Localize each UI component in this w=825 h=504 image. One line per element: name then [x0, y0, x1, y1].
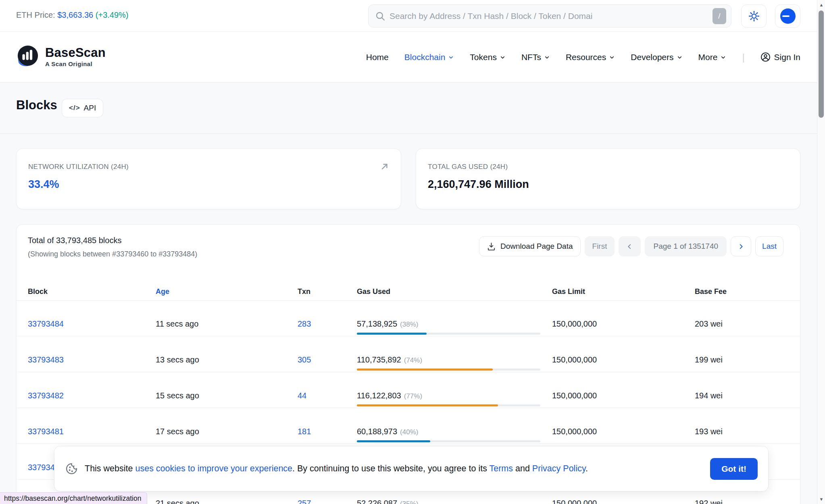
sign-in-label: Sign In: [774, 52, 800, 62]
cookie-link-uses-cookies-to-improve-[interactable]: uses cookies to improve your experience: [135, 464, 292, 473]
nav-bar: BaseScan A Scan Original HomeBlockchainT…: [0, 32, 817, 83]
block-number-link[interactable]: 33793483: [28, 355, 64, 364]
search-bar[interactable]: /: [368, 4, 731, 27]
scrollbar-thumb[interactable]: [819, 10, 824, 118]
gas-limit-value: 150,000,000: [552, 319, 597, 329]
cookie-text-segment: . By continuing to use this website, you…: [292, 464, 489, 473]
column-header-txn: Txn: [298, 287, 310, 296]
cookie-link-privacy-policy[interactable]: Privacy Policy: [532, 464, 585, 473]
gas-used-percent: (38%): [400, 321, 418, 328]
block-number-link[interactable]: 33793482: [28, 391, 64, 400]
nav-item-blockchain[interactable]: Blockchain: [404, 52, 454, 62]
table-toolbar: Download Page Data First Page 1 of 13517…: [479, 236, 783, 256]
block-age: 17 secs ago: [156, 427, 199, 436]
gas-used-bar-fill: [357, 333, 427, 335]
download-button-label: Download Page Data: [500, 242, 573, 251]
cookie-text-segment: .: [585, 464, 588, 473]
eth-price-value[interactable]: $3,663.36: [57, 10, 93, 19]
txn-count-link[interactable]: 257: [298, 499, 311, 504]
nav-item-label: Resources: [566, 52, 606, 62]
nav-item-label: NFTs: [521, 52, 541, 62]
theme-toggle-button[interactable]: [741, 4, 767, 28]
gas-used-bar-fill: [357, 440, 430, 442]
block-number-link[interactable]: 33793484: [28, 319, 64, 329]
brand-name: BaseScan: [45, 46, 106, 60]
api-button-label: API: [84, 104, 96, 112]
cookie-link-terms[interactable]: Terms: [489, 464, 513, 473]
cookie-banner-text: This website uses cookies to improve you…: [85, 464, 710, 474]
column-header-age[interactable]: Age: [156, 287, 169, 296]
chevron-left-icon: [626, 243, 633, 250]
chevron-right-icon: [738, 243, 744, 250]
block-age: 13 secs ago: [156, 355, 199, 364]
block-number-link[interactable]: 33793481: [28, 427, 64, 436]
nav-item-developers[interactable]: Developers: [631, 52, 682, 62]
scrollbar-down-arrow[interactable]: ▼: [817, 497, 825, 502]
gas-used-amount: 60,188,973: [357, 427, 397, 436]
chevron-down-icon: [500, 54, 506, 60]
nav-menu: HomeBlockchainTokensNFTsResourcesDevelop…: [366, 32, 800, 82]
nav-item-nfts[interactable]: NFTs: [521, 52, 550, 62]
chevron-down-icon: [609, 54, 615, 60]
gas-used-amount: 116,122,803: [357, 391, 401, 400]
txn-count-link[interactable]: 44: [298, 391, 306, 400]
txn-count-link[interactable]: 283: [298, 319, 311, 329]
pagination-next-button[interactable]: [731, 236, 751, 256]
header-divider: [0, 133, 817, 134]
pagination-last-button[interactable]: Last: [755, 236, 783, 256]
search-input[interactable]: [385, 11, 712, 21]
eth-price: ETH Price: $3,663.36 (+3.49%): [16, 10, 129, 20]
base-fee-value: 203 wei: [695, 319, 723, 329]
gas-used-value: 57,138,925(38%): [357, 319, 418, 329]
txn-count-link[interactable]: 181: [298, 427, 311, 436]
gas-used-value: 52,226,087(35%): [357, 499, 418, 504]
basescan-logo-icon: [16, 44, 40, 69]
cookie-banner: This website uses cookies to improve you…: [54, 446, 768, 491]
total-blocks-text: Total of 33,793,485 blocks: [28, 236, 121, 245]
block-age: 21 secs ago: [156, 499, 199, 504]
nav-item-resources[interactable]: Resources: [566, 52, 615, 62]
external-arrow-icon[interactable]: [379, 161, 390, 173]
nav-item-more[interactable]: More: [698, 52, 727, 62]
cookie-icon: [65, 462, 78, 475]
base-fee-value: 199 wei: [695, 355, 723, 364]
gas-used-percent: (35%): [400, 500, 418, 504]
gas-limit-value: 150,000,000: [552, 427, 597, 436]
pagination-prev-button[interactable]: [619, 236, 641, 256]
base-fee-value: 194 wei: [695, 391, 723, 400]
gas-used-bar-track: [357, 440, 540, 442]
nav-item-label: Developers: [631, 52, 673, 62]
nav-item-home[interactable]: Home: [366, 52, 389, 62]
nav-item-label: Home: [366, 52, 389, 62]
gas-used-value: 110,735,892(74%): [357, 355, 422, 364]
scrollbar-up-arrow[interactable]: ▲: [817, 2, 825, 7]
brand-logo[interactable]: BaseScan A Scan Original: [16, 44, 106, 69]
txn-count-link[interactable]: 305: [298, 355, 311, 364]
total-gas-used-label: TOTAL GAS USED (24H): [428, 163, 508, 171]
download-page-data-button[interactable]: Download Page Data: [479, 236, 581, 256]
gas-used-amount: 52,226,087: [357, 499, 397, 504]
api-button[interactable]: </> API: [62, 99, 103, 117]
page-title: Blocks: [16, 98, 57, 112]
pagination-page-indicator: Page 1 of 1351740: [645, 236, 727, 256]
showing-blocks-text: (Showing blocks between #33793460 to #33…: [28, 250, 197, 258]
base-network-button[interactable]: [775, 4, 800, 28]
page-scrollbar[interactable]: ▲ ▼: [817, 0, 825, 504]
gas-used-amount: 57,138,925: [357, 319, 397, 328]
column-header-base-fee: Base Fee: [695, 287, 727, 296]
gas-used-percent: (40%): [400, 428, 418, 436]
gas-used-bar-track: [357, 369, 540, 371]
table-row: 3379348117 secs ago18160,188,973(40%)150…: [17, 408, 800, 444]
got-it-button[interactable]: Got it!: [710, 458, 758, 480]
sun-icon: [748, 10, 760, 22]
column-header-gas-used: Gas Used: [357, 287, 390, 296]
gas-used-amount: 110,735,892: [357, 355, 401, 364]
column-header-block: Block: [28, 287, 48, 296]
chevron-down-icon: [677, 54, 683, 60]
user-icon: [760, 52, 771, 62]
pagination-first-button[interactable]: First: [585, 236, 615, 256]
sign-in-button[interactable]: Sign In: [760, 52, 800, 62]
gas-used-value: 60,188,973(40%): [357, 427, 418, 436]
eth-price-label: ETH Price:: [16, 10, 55, 19]
nav-item-tokens[interactable]: Tokens: [470, 52, 506, 62]
